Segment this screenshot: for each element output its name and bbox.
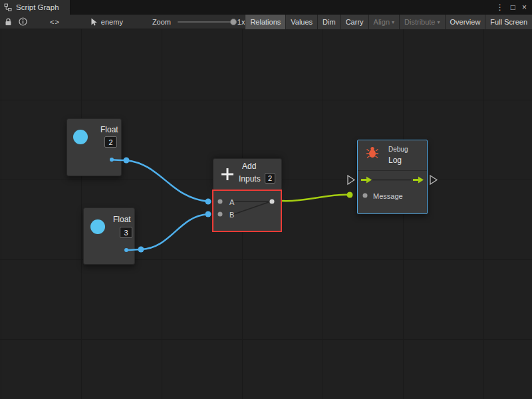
tab-title: Script Graph [16,3,59,11]
script-graph-icon [4,3,12,11]
unity-script-graph-window: Script Graph ⋮ □ × <> enemy Zoom [0,0,532,399]
button-label: Values [291,18,313,26]
zoom-value: 1x [237,18,245,26]
window-menu-button[interactable]: ⋮ [496,0,504,15]
wire-add-to-log-message[interactable] [282,195,349,201]
zoom-slider[interactable] [178,21,235,23]
window-close-button[interactable]: × [522,0,527,15]
node-title: Float [113,215,131,224]
float-type-icon [73,130,88,144]
graph-breadcrumb[interactable]: enemy [90,18,123,26]
node-category: Debug [388,146,408,153]
graph-toolbar: <> enemy Zoom 1x Relations Values Dim Ca… [0,15,532,29]
toolbar-button-values[interactable]: Values [285,15,317,29]
wire-end-dot-add-b[interactable] [205,211,211,217]
wire-float2-to-add-b[interactable] [126,214,208,250]
tab-script-graph[interactable]: Script Graph [0,0,70,15]
flow-stub-right-triangle[interactable] [430,176,437,184]
toolbar-button-distribute[interactable]: Distribute ▾ [399,15,444,29]
node-float-2[interactable]: Float 3 [83,207,135,265]
port-label-a: A [229,198,234,206]
float-value-field[interactable]: 3 [120,227,132,238]
node-title: Log [388,156,402,165]
node-separator [358,170,427,171]
port-label-message: Message [373,192,403,200]
wire-start-dot[interactable] [138,247,144,253]
float-type-icon [90,219,105,234]
button-label: Relations [250,18,281,26]
toolbar-button-align[interactable]: Align ▾ [368,15,399,29]
button-label: Overview [450,18,481,26]
plus-icon [219,166,235,182]
node-title: Add [242,162,256,171]
dropdown-caret-icon: ▾ [392,19,394,25]
node-add-ports-selected[interactable]: A B [212,190,282,232]
node-debug-log[interactable]: Debug Log Message [357,140,428,214]
inputs-count-field[interactable]: 2 [265,173,275,184]
toolbar-button-dim[interactable]: Dim [317,15,340,29]
cursor-icon [90,18,98,26]
wire-start-dot[interactable] [124,158,130,164]
zoom-slider-handle[interactable] [230,19,237,25]
window-titlebar: Script Graph ⋮ □ × [0,0,532,15]
toolbar-button-group: Relations Values Dim Carry Align ▾ Distr… [245,15,532,29]
port-label-b: B [229,211,234,219]
wire-end-dot-message[interactable] [347,192,353,198]
toolbar-button-fullscreen[interactable]: Full Screen [485,15,532,29]
button-label: Align [374,18,390,26]
dropdown-caret-icon: ▾ [438,19,440,25]
graph-owner-label: enemy [101,18,123,26]
zoom-label: Zoom [152,18,171,26]
toolbar-button-overview[interactable]: Overview [445,15,485,29]
node-float-1[interactable]: Float 2 [66,118,122,176]
window-controls: ⋮ □ × [496,0,532,15]
toolbar-button-carry[interactable]: Carry [340,15,368,29]
graph-canvas[interactable]: Float 2 Float 3 Add Inputs 2 A B [0,29,532,399]
button-label: Dim [323,18,336,26]
window-maximize-button[interactable]: □ [511,0,515,15]
button-label: Carry [346,18,364,26]
node-add-header[interactable]: Add Inputs 2 [213,158,282,190]
button-label: Distribute [404,18,435,26]
lock-icon[interactable] [4,17,13,27]
toolbar-button-relations[interactable]: Relations [245,15,285,29]
flow-stub-left-triangle[interactable] [348,176,354,184]
bug-icon [366,146,379,159]
float-value-field[interactable]: 2 [104,136,117,148]
node-title: Float [100,125,118,134]
info-icon[interactable] [19,17,27,26]
wire-end-dot-add-a[interactable] [205,199,211,205]
inputs-label: Inputs [239,174,261,184]
code-icon[interactable]: <> [50,18,60,26]
wire-float1-to-add-a[interactable] [112,160,208,201]
button-label: Full Screen [490,18,527,26]
